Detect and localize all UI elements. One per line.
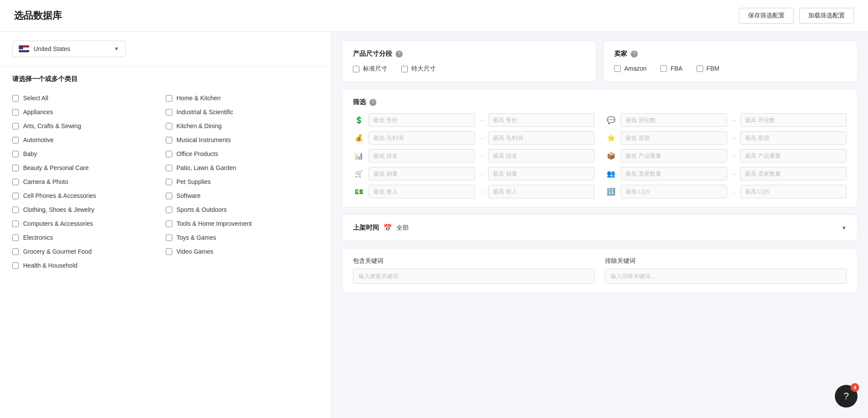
filters-help-icon[interactable]: ?: [369, 99, 376, 106]
filter-row-3: 🛒 → 👥 →: [353, 167, 847, 180]
checkbox-kitchen_dining[interactable]: [166, 123, 172, 129]
category-item-beauty[interactable]: Beauty & Personal Care: [12, 161, 166, 175]
checkbox-beauty[interactable]: [12, 165, 19, 171]
filter-min-right-2[interactable]: [621, 149, 727, 163]
checkbox-camera[interactable]: [12, 179, 19, 185]
checkbox-industrial[interactable]: [166, 109, 172, 116]
checkbox-cell_phones[interactable]: [12, 193, 19, 199]
filter-min-right-0[interactable]: [621, 113, 727, 127]
filter-min-left-0[interactable]: [369, 113, 475, 127]
category-item-automotive[interactable]: Automotive: [12, 133, 166, 147]
checkbox-baby[interactable]: [12, 151, 19, 157]
checkbox-patio[interactable]: [166, 165, 172, 171]
checkbox-tools[interactable]: [166, 221, 172, 227]
checkbox-select_all[interactable]: [12, 95, 19, 102]
standard-size-item[interactable]: 标准尺寸: [353, 65, 387, 73]
country-selector[interactable]: United States ▼: [12, 41, 126, 57]
filter-max-right-3[interactable]: [740, 167, 847, 180]
category-item-video_games[interactable]: Video Games: [166, 245, 319, 258]
oversized-checkbox[interactable]: [401, 66, 408, 72]
fbm-checkbox[interactable]: [697, 65, 703, 72]
listing-time-dropdown-icon[interactable]: ▼: [841, 225, 847, 231]
checkbox-automotive[interactable]: [12, 137, 19, 143]
filters-card: 筛选 ? 💲 → 💬 → 💰 →: [342, 89, 858, 207]
category-item-kitchen_dining[interactable]: Kitchen & Dining: [166, 119, 319, 133]
fba-seller-item[interactable]: FBA: [660, 65, 682, 72]
filter-max-right-4[interactable]: [740, 185, 847, 198]
checkbox-health[interactable]: [12, 262, 19, 269]
filter-max-right-0[interactable]: [740, 113, 847, 127]
category-item-electronics[interactable]: Electronics: [12, 231, 166, 245]
filter-min-left-2[interactable]: [369, 149, 475, 163]
filter-left-1: 💰 →: [353, 131, 595, 145]
filter-max-right-1[interactable]: [740, 131, 847, 145]
category-item-musical[interactable]: Musical Instruments: [166, 133, 319, 147]
filter-row-0: 💲 → 💬 →: [353, 113, 847, 127]
checkbox-arts_crafts[interactable]: [12, 123, 19, 129]
checkbox-musical[interactable]: [166, 137, 172, 143]
category-item-computers[interactable]: Computers & Accessories: [12, 217, 166, 231]
checkbox-clothing[interactable]: [12, 207, 19, 213]
filter-max-left-2[interactable]: [488, 149, 595, 163]
filter-max-left-1[interactable]: [488, 131, 595, 145]
filter-icon-right-1: ⭐: [605, 132, 617, 144]
checkbox-toys[interactable]: [166, 234, 172, 241]
help-badge: 4: [851, 383, 859, 392]
category-item-software[interactable]: Software: [166, 189, 319, 203]
category-item-camera[interactable]: Camera & Photo: [12, 175, 166, 189]
checkbox-home_kitchen[interactable]: [166, 95, 172, 102]
category-item-industrial[interactable]: Industrial & Scientific: [166, 105, 319, 119]
checkbox-electronics[interactable]: [12, 234, 19, 241]
category-item-home_kitchen[interactable]: Home & Kitchen: [166, 91, 319, 105]
listing-time-card: 上架时间 📅 全部 ▼: [342, 214, 858, 241]
category-item-health[interactable]: Health & Household: [12, 258, 166, 272]
filter-max-left-0[interactable]: [488, 113, 595, 127]
category-item-arts_crafts[interactable]: Arts, Crafts & Sewing: [12, 119, 166, 133]
product-size-help-icon[interactable]: ?: [396, 51, 403, 58]
category-item-office[interactable]: Office Products: [166, 147, 319, 161]
filter-min-right-3[interactable]: [621, 167, 727, 180]
seller-help-icon[interactable]: ?: [631, 51, 638, 58]
category-item-select_all[interactable]: Select All: [12, 91, 166, 105]
category-item-clothing[interactable]: Clothing, Shoes & Jewelry: [12, 203, 166, 217]
amazon-checkbox[interactable]: [614, 65, 621, 72]
filters-header: 筛选 ?: [353, 98, 847, 106]
include-keywords-input[interactable]: [353, 268, 595, 284]
filter-icon-right-4: 🔢: [605, 186, 617, 198]
checkbox-computers[interactable]: [12, 221, 19, 227]
fbm-seller-item[interactable]: FBM: [697, 65, 720, 72]
amazon-seller-item[interactable]: Amazon: [614, 65, 646, 72]
checkbox-sports[interactable]: [166, 207, 172, 213]
fba-checkbox[interactable]: [660, 65, 667, 72]
load-filter-button[interactable]: 加载筛选配置: [799, 8, 854, 24]
category-item-baby[interactable]: Baby: [12, 147, 166, 161]
filter-min-left-1[interactable]: [369, 131, 475, 145]
filter-min-left-3[interactable]: [369, 167, 475, 180]
filter-min-right-1[interactable]: [621, 131, 727, 145]
filter-max-left-3[interactable]: [488, 167, 595, 180]
checkbox-pet[interactable]: [166, 179, 172, 185]
checkbox-grocery[interactable]: [12, 248, 19, 255]
category-item-patio[interactable]: Patio, Lawn & Garden: [166, 161, 319, 175]
checkbox-office[interactable]: [166, 151, 172, 157]
filter-min-right-4[interactable]: [621, 185, 727, 198]
category-item-pet[interactable]: Pet Supplies: [166, 175, 319, 189]
category-item-cell_phones[interactable]: Cell Phones & Accessories: [12, 189, 166, 203]
filter-max-right-2[interactable]: [740, 149, 847, 163]
exclude-keywords-input[interactable]: [605, 268, 847, 284]
help-bubble[interactable]: 4 ?: [835, 385, 858, 408]
category-item-appliances[interactable]: Appliances: [12, 105, 166, 119]
oversized-item[interactable]: 特大尺寸: [401, 65, 436, 73]
save-filter-button[interactable]: 保存筛选配置: [739, 8, 794, 24]
filter-min-left-4[interactable]: [369, 185, 475, 198]
standard-size-checkbox[interactable]: [353, 66, 359, 72]
category-item-sports[interactable]: Sports & Outdoors: [166, 203, 319, 217]
category-item-grocery[interactable]: Grocery & Gourmet Food: [12, 245, 166, 258]
checkbox-appliances[interactable]: [12, 109, 19, 116]
filter-max-left-4[interactable]: [488, 185, 595, 198]
checkbox-video_games[interactable]: [166, 248, 172, 255]
header-actions: 保存筛选配置 加载筛选配置: [739, 8, 854, 24]
checkbox-software[interactable]: [166, 193, 172, 199]
category-item-toys[interactable]: Toys & Games: [166, 231, 319, 245]
category-item-tools[interactable]: Tools & Home Improvement: [166, 217, 319, 231]
